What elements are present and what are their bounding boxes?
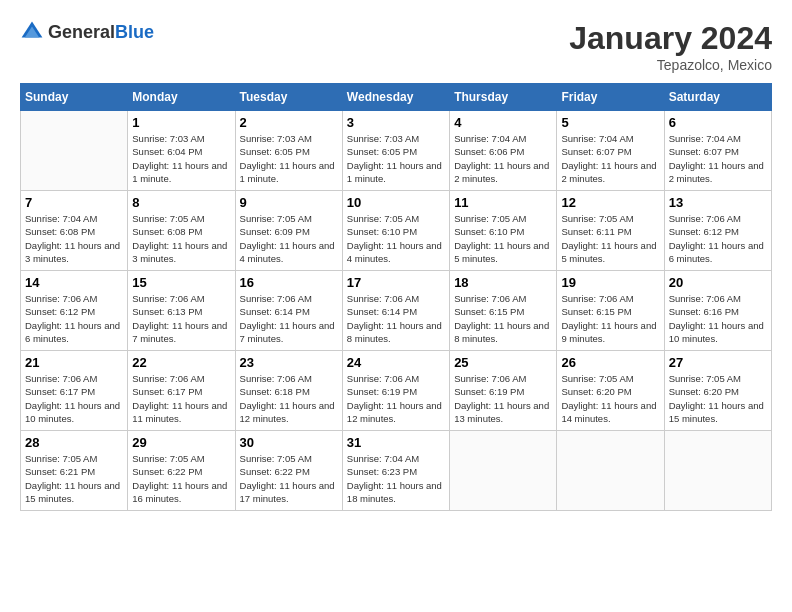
- day-info-line: Sunset: 6:08 PM: [25, 226, 95, 237]
- day-info-line: Daylight: 11 hours and 3 minutes.: [132, 240, 227, 264]
- day-info-line: Sunset: 6:19 PM: [347, 386, 417, 397]
- day-info-line: Daylight: 11 hours and 8 minutes.: [454, 320, 549, 344]
- calendar-cell: 8Sunrise: 7:05 AMSunset: 6:08 PMDaylight…: [128, 191, 235, 271]
- day-info-line: Sunset: 6:16 PM: [669, 306, 739, 317]
- day-info-line: Sunrise: 7:06 AM: [347, 373, 419, 384]
- day-info-line: Daylight: 11 hours and 15 minutes.: [25, 480, 120, 504]
- day-info-line: Sunset: 6:15 PM: [561, 306, 631, 317]
- day-info-line: Daylight: 11 hours and 12 minutes.: [347, 400, 442, 424]
- day-content: Sunrise: 7:06 AMSunset: 6:17 PMDaylight:…: [25, 372, 123, 425]
- day-info-line: Sunset: 6:11 PM: [561, 226, 631, 237]
- calendar-cell: 13Sunrise: 7:06 AMSunset: 6:12 PMDayligh…: [664, 191, 771, 271]
- calendar-table: Sunday Monday Tuesday Wednesday Thursday…: [20, 83, 772, 511]
- calendar-cell: 31Sunrise: 7:04 AMSunset: 6:23 PMDayligh…: [342, 431, 449, 511]
- calendar-cell: [557, 431, 664, 511]
- day-number: 6: [669, 115, 767, 130]
- day-number: 10: [347, 195, 445, 210]
- day-info-line: Daylight: 11 hours and 7 minutes.: [240, 320, 335, 344]
- day-info-line: Daylight: 11 hours and 8 minutes.: [347, 320, 442, 344]
- day-info-line: Daylight: 11 hours and 2 minutes.: [561, 160, 656, 184]
- day-info-line: Sunset: 6:23 PM: [347, 466, 417, 477]
- calendar-cell: 22Sunrise: 7:06 AMSunset: 6:17 PMDayligh…: [128, 351, 235, 431]
- day-info-line: Sunset: 6:05 PM: [240, 146, 310, 157]
- day-info-line: Sunrise: 7:06 AM: [240, 293, 312, 304]
- calendar-cell: 9Sunrise: 7:05 AMSunset: 6:09 PMDaylight…: [235, 191, 342, 271]
- day-number: 15: [132, 275, 230, 290]
- month-year-title: January 2024: [569, 20, 772, 57]
- day-info-line: Sunrise: 7:05 AM: [132, 213, 204, 224]
- day-content: Sunrise: 7:04 AMSunset: 6:06 PMDaylight:…: [454, 132, 552, 185]
- day-info-line: Sunset: 6:18 PM: [240, 386, 310, 397]
- calendar-week-4: 21Sunrise: 7:06 AMSunset: 6:17 PMDayligh…: [21, 351, 772, 431]
- day-content: Sunrise: 7:06 AMSunset: 6:12 PMDaylight:…: [669, 212, 767, 265]
- calendar-cell: 5Sunrise: 7:04 AMSunset: 6:07 PMDaylight…: [557, 111, 664, 191]
- calendar-cell: 6Sunrise: 7:04 AMSunset: 6:07 PMDaylight…: [664, 111, 771, 191]
- col-wednesday: Wednesday: [342, 84, 449, 111]
- day-content: Sunrise: 7:06 AMSunset: 6:19 PMDaylight:…: [454, 372, 552, 425]
- day-number: 23: [240, 355, 338, 370]
- day-content: Sunrise: 7:06 AMSunset: 6:15 PMDaylight:…: [561, 292, 659, 345]
- day-number: 26: [561, 355, 659, 370]
- title-section: January 2024 Tepazolco, Mexico: [569, 20, 772, 73]
- day-info-line: Daylight: 11 hours and 15 minutes.: [669, 400, 764, 424]
- col-tuesday: Tuesday: [235, 84, 342, 111]
- day-info-line: Sunset: 6:22 PM: [240, 466, 310, 477]
- day-info-line: Daylight: 11 hours and 18 minutes.: [347, 480, 442, 504]
- calendar-cell: 16Sunrise: 7:06 AMSunset: 6:14 PMDayligh…: [235, 271, 342, 351]
- day-info-line: Sunset: 6:20 PM: [561, 386, 631, 397]
- day-content: Sunrise: 7:05 AMSunset: 6:10 PMDaylight:…: [454, 212, 552, 265]
- logo: GeneralBlue: [20, 20, 154, 44]
- logo-general-text: General: [48, 22, 115, 42]
- day-info-line: Sunset: 6:15 PM: [454, 306, 524, 317]
- day-info-line: Sunrise: 7:06 AM: [132, 373, 204, 384]
- day-content: Sunrise: 7:06 AMSunset: 6:13 PMDaylight:…: [132, 292, 230, 345]
- day-info-line: Sunrise: 7:06 AM: [669, 293, 741, 304]
- day-info-line: Daylight: 11 hours and 2 minutes.: [669, 160, 764, 184]
- day-number: 28: [25, 435, 123, 450]
- day-number: 13: [669, 195, 767, 210]
- logo-icon: [20, 20, 44, 44]
- calendar-week-5: 28Sunrise: 7:05 AMSunset: 6:21 PMDayligh…: [21, 431, 772, 511]
- day-info-line: Sunset: 6:22 PM: [132, 466, 202, 477]
- calendar-cell: 2Sunrise: 7:03 AMSunset: 6:05 PMDaylight…: [235, 111, 342, 191]
- day-content: Sunrise: 7:06 AMSunset: 6:14 PMDaylight:…: [347, 292, 445, 345]
- day-info-line: Daylight: 11 hours and 1 minute.: [347, 160, 442, 184]
- day-info-line: Daylight: 11 hours and 3 minutes.: [25, 240, 120, 264]
- day-content: Sunrise: 7:03 AMSunset: 6:04 PMDaylight:…: [132, 132, 230, 185]
- day-info-line: Sunrise: 7:04 AM: [669, 133, 741, 144]
- day-info-line: Sunset: 6:09 PM: [240, 226, 310, 237]
- day-content: Sunrise: 7:06 AMSunset: 6:16 PMDaylight:…: [669, 292, 767, 345]
- day-info-line: Sunrise: 7:03 AM: [132, 133, 204, 144]
- day-content: Sunrise: 7:05 AMSunset: 6:20 PMDaylight:…: [561, 372, 659, 425]
- day-info-line: Daylight: 11 hours and 10 minutes.: [25, 400, 120, 424]
- col-thursday: Thursday: [450, 84, 557, 111]
- day-content: Sunrise: 7:06 AMSunset: 6:15 PMDaylight:…: [454, 292, 552, 345]
- calendar-body: 1Sunrise: 7:03 AMSunset: 6:04 PMDaylight…: [21, 111, 772, 511]
- calendar-cell: 27Sunrise: 7:05 AMSunset: 6:20 PMDayligh…: [664, 351, 771, 431]
- day-info-line: Sunrise: 7:04 AM: [347, 453, 419, 464]
- day-info-line: Sunset: 6:07 PM: [561, 146, 631, 157]
- day-number: 29: [132, 435, 230, 450]
- calendar-header: Sunday Monday Tuesday Wednesday Thursday…: [21, 84, 772, 111]
- day-content: Sunrise: 7:05 AMSunset: 6:21 PMDaylight:…: [25, 452, 123, 505]
- day-info-line: Sunrise: 7:05 AM: [669, 373, 741, 384]
- day-info-line: Daylight: 11 hours and 4 minutes.: [347, 240, 442, 264]
- day-info-line: Sunrise: 7:03 AM: [347, 133, 419, 144]
- day-info-line: Sunset: 6:12 PM: [25, 306, 95, 317]
- calendar-week-3: 14Sunrise: 7:06 AMSunset: 6:12 PMDayligh…: [21, 271, 772, 351]
- day-info-line: Sunrise: 7:05 AM: [561, 213, 633, 224]
- day-info-line: Sunrise: 7:06 AM: [669, 213, 741, 224]
- day-info-line: Sunset: 6:13 PM: [132, 306, 202, 317]
- day-content: Sunrise: 7:05 AMSunset: 6:22 PMDaylight:…: [132, 452, 230, 505]
- day-info-line: Sunrise: 7:03 AM: [240, 133, 312, 144]
- day-info-line: Sunrise: 7:04 AM: [454, 133, 526, 144]
- day-info-line: Daylight: 11 hours and 6 minutes.: [25, 320, 120, 344]
- day-number: 19: [561, 275, 659, 290]
- day-content: Sunrise: 7:04 AMSunset: 6:07 PMDaylight:…: [561, 132, 659, 185]
- day-info-line: Sunset: 6:20 PM: [669, 386, 739, 397]
- day-info-line: Daylight: 11 hours and 11 minutes.: [132, 400, 227, 424]
- day-info-line: Sunset: 6:12 PM: [669, 226, 739, 237]
- day-content: Sunrise: 7:05 AMSunset: 6:10 PMDaylight:…: [347, 212, 445, 265]
- day-number: 8: [132, 195, 230, 210]
- calendar-cell: 23Sunrise: 7:06 AMSunset: 6:18 PMDayligh…: [235, 351, 342, 431]
